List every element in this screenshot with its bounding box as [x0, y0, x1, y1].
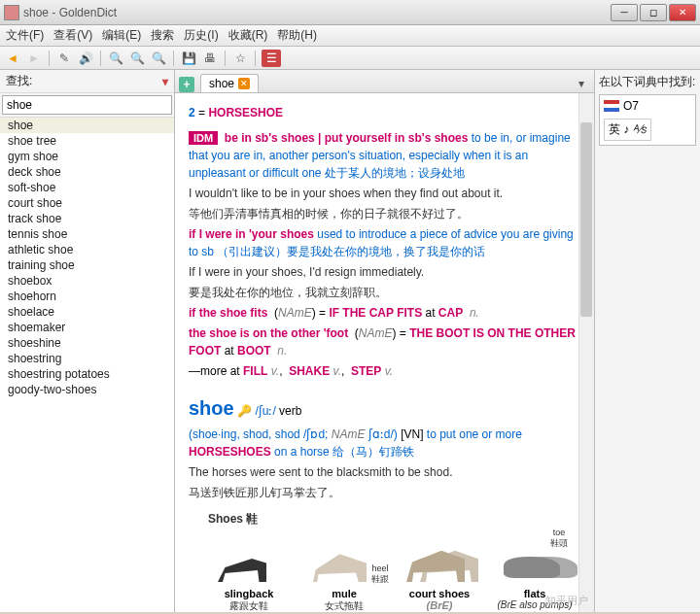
tab-close-icon[interactable]: ✕	[238, 78, 250, 89]
shoe-mule: heel鞋跟 mule 女式拖鞋	[303, 531, 385, 612]
title-bar: shoe - GoldenDict ─ ◻ ✕	[0, 0, 700, 25]
article-view: 2 = HORSESHOE IDM be in sb's shoes | put…	[175, 93, 594, 612]
word-list-item[interactable]: soft-shoe	[0, 180, 174, 195]
word-list-item[interactable]: athletic shoe	[0, 242, 174, 257]
idiom-phrase: if the shoe fits	[189, 306, 267, 320]
search-panel: 查找: ▾ shoeshoe treegym shoedeck shoesoft…	[0, 70, 175, 612]
headword: shoe	[189, 397, 234, 419]
idiom-phrase: if I were in 'your shoes	[189, 227, 314, 241]
menu-bar: 文件(F) 查看(V) 编辑(E) 搜索 历史(I) 收藏(R) 帮助(H)	[0, 25, 700, 47]
word-list-item[interactable]: track shoe	[0, 211, 174, 226]
menu-history[interactable]: 历史(I)	[184, 27, 218, 44]
save-button[interactable]: 💾	[180, 50, 197, 67]
example-zh: 等他们弄清事情真相的时候，你的日子就很不好过了。	[189, 205, 580, 222]
word-list-item[interactable]: court shoe	[0, 195, 174, 211]
app-icon	[4, 5, 19, 20]
window-title: shoe - GoldenDict	[23, 6, 611, 19]
word-list-item[interactable]: goody-two-shoes	[0, 382, 174, 397]
example: I wouldn't like to be in your shoes when…	[189, 185, 580, 202]
pronunciation: /ʃuː/	[255, 404, 275, 418]
word-list-item[interactable]: shoestring	[0, 351, 174, 366]
word-list-item[interactable]: shoe tree	[0, 133, 174, 149]
word-list-item[interactable]: shoe	[0, 118, 174, 133]
word-list-item[interactable]: shoehorn	[0, 289, 174, 304]
search-input[interactable]	[2, 95, 172, 115]
menu-edit[interactable]: 编辑(E)	[102, 27, 141, 44]
toolbar: ◄ ► ✎ 🔊 🔍 🔍 🔍 💾 🖶 ☆ ☰	[0, 47, 700, 70]
sound-button[interactable]: 🔊	[77, 50, 94, 67]
zoom-out-button[interactable]: 🔍	[128, 50, 146, 67]
example-zh: 要是我处在你的地位，我就立刻辞职。	[189, 284, 580, 301]
example: The horses were sent to the blacksmith t…	[189, 463, 580, 481]
shoe-court: court shoes (BrE) pumps (NAmE) 半高跟女鞋	[399, 531, 480, 612]
word-list-item[interactable]: gym shoe	[0, 149, 174, 164]
idiom-phrase: the shoe is on the other 'foot	[189, 326, 348, 340]
tab-label: shoe	[209, 77, 234, 90]
xref[interactable]: BOOT	[237, 344, 271, 358]
xref[interactable]: CAP	[438, 306, 463, 320]
star-button[interactable]: ☆	[231, 50, 249, 67]
menu-help[interactable]: 帮助(H)	[277, 27, 317, 44]
sense-number: 2	[189, 106, 195, 119]
close-button[interactable]: ✕	[669, 4, 696, 21]
zoom-in-button[interactable]: 🔍	[107, 50, 124, 67]
back-button[interactable]: ◄	[4, 50, 21, 67]
menu-file[interactable]: 文件(F)	[6, 27, 44, 44]
clear-icon[interactable]: ▾	[162, 75, 168, 88]
word-list-item[interactable]: tennis shoe	[0, 226, 174, 242]
forward-button[interactable]: ►	[25, 50, 43, 67]
found-in-label: 在以下词典中找到:	[599, 74, 696, 90]
word-list-item[interactable]: shoestring potatoes	[0, 366, 174, 382]
maximize-button[interactable]: ◻	[640, 4, 667, 21]
word-list-item[interactable]: deck shoe	[0, 164, 174, 180]
print-button[interactable]: 🖶	[201, 50, 219, 67]
key-icon: 🔑	[237, 404, 252, 418]
xref[interactable]: STEP	[351, 364, 381, 378]
xref[interactable]: IF THE CAP FITS	[329, 306, 422, 320]
xref[interactable]: SHAKE	[289, 364, 330, 378]
part-of-speech: verb	[279, 404, 301, 418]
idiom-phrase: be in sb's shoes	[225, 131, 315, 145]
idiom-tag: IDM	[189, 131, 218, 145]
xref[interactable]: HORSESHOES	[189, 445, 271, 459]
tab-shoe[interactable]: shoe ✕	[200, 74, 259, 92]
scrollbar[interactable]	[578, 93, 594, 612]
definition-zh: 处于某人的境地；设身处地	[325, 166, 465, 180]
menu-view[interactable]: 查看(V)	[53, 27, 92, 44]
tab-menu-icon[interactable]: ▾	[573, 75, 590, 92]
minimize-button[interactable]: ─	[611, 4, 638, 21]
flag-icon	[604, 100, 619, 112]
xref-horseshoe[interactable]: HORSESHOE	[208, 106, 283, 119]
word-list-item[interactable]: shoelace	[0, 304, 174, 320]
new-tab-button[interactable]: +	[179, 77, 194, 92]
word-list-item[interactable]: shoemaker	[0, 320, 174, 335]
find-label: 查找:	[6, 73, 32, 89]
char-info: 英 ♪ ⅍	[604, 119, 651, 141]
group-button[interactable]: ☰	[262, 50, 281, 67]
word-list[interactable]: shoeshoe treegym shoedeck shoesoft-shoec…	[0, 117, 174, 612]
menu-search[interactable]: 搜索	[151, 27, 174, 44]
zoom-reset-button[interactable]: 🔍	[150, 50, 167, 67]
found-in-panel: 在以下词典中找到: O7 英 ♪ ⅍	[595, 70, 700, 612]
tab-bar: + shoe ✕ ▾	[175, 70, 594, 93]
example-zh: 马送到铁匠那儿钉马掌去了。	[189, 484, 580, 501]
dict-item[interactable]: O7	[604, 99, 691, 113]
word-list-item[interactable]: shoeshine	[0, 335, 174, 351]
shoe-slingback: slingback 露跟女鞋	[208, 531, 290, 612]
illustration-title: Shoes 鞋	[208, 511, 580, 528]
word-list-item[interactable]: shoebox	[0, 273, 174, 289]
word-list-item[interactable]: training shoe	[0, 257, 174, 273]
xref[interactable]: FILL	[243, 364, 267, 378]
shoe-illustrations: slingback 露跟女鞋 heel鞋跟 mule 女式拖鞋 court sh…	[189, 531, 580, 612]
menu-favorites[interactable]: 收藏(R)	[228, 27, 268, 44]
example: If I were in your shoes, I'd resign imme…	[189, 263, 580, 281]
watermark: 知乎用户	[545, 594, 588, 608]
scan-button[interactable]: ✎	[55, 50, 73, 67]
